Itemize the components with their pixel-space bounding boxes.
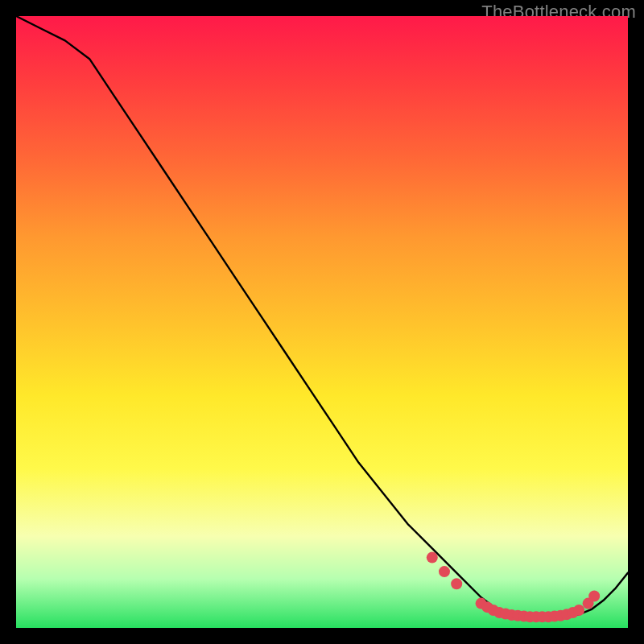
data-point <box>427 552 438 564</box>
data-point <box>588 590 600 601</box>
chart-svg <box>16 16 628 628</box>
data-point <box>451 578 462 589</box>
data-point <box>573 605 584 616</box>
chart-frame: TheBottleneck.com <box>0 0 644 644</box>
data-point <box>439 566 450 577</box>
plot-area <box>16 16 628 628</box>
curve-line <box>16 16 628 617</box>
